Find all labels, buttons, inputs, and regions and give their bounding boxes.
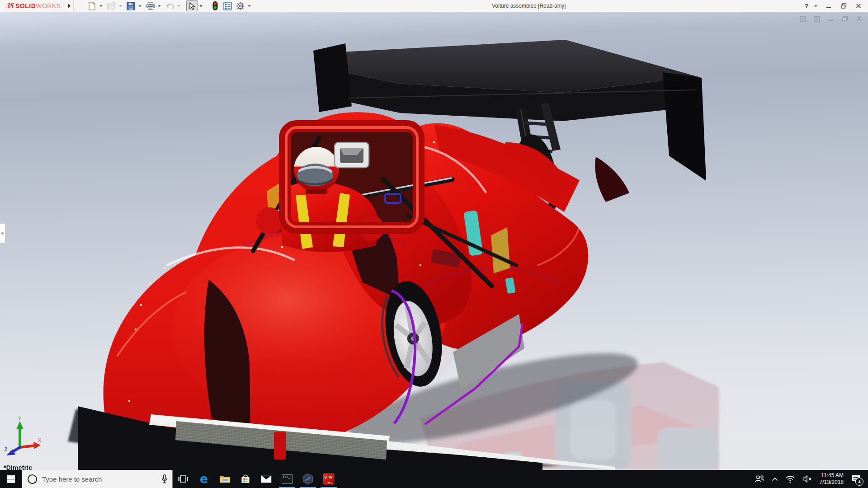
- select-cursor-icon: [189, 2, 195, 10]
- rebuild-traffic-light-button[interactable]: [209, 0, 221, 11]
- chevron-down-icon: [248, 5, 251, 7]
- doc-minimize-button[interactable]: [827, 15, 835, 22]
- notification-badge: 4: [855, 478, 863, 486]
- taskbar-hexagon-app[interactable]: [297, 470, 318, 488]
- doc-restore-button[interactable]: [841, 15, 849, 22]
- undo-arrow-icon: [165, 2, 175, 9]
- open-button: [106, 0, 118, 11]
- tab-grip-dot: [1, 232, 4, 235]
- taskbar-mail[interactable]: [256, 470, 277, 488]
- save-dropdown[interactable]: [138, 1, 142, 11]
- edge-icon: e: [200, 473, 208, 485]
- doc-close-button[interactable]: [855, 15, 863, 22]
- collapse-pane-left-button[interactable]: [799, 15, 807, 22]
- solidworks-2017-icon: S W 2017: [323, 474, 335, 485]
- help-dropdown[interactable]: [814, 1, 818, 11]
- people-icon: [755, 475, 764, 483]
- file-explorer-icon: [219, 474, 231, 483]
- expand-menu-arrow[interactable]: [65, 0, 74, 12]
- document-window-controls: [799, 15, 863, 22]
- gear-icon: [236, 2, 245, 10]
- taskbar-store[interactable]: [235, 470, 256, 488]
- save-floppy-icon: [127, 2, 135, 10]
- minimize-button[interactable]: [823, 1, 835, 11]
- brand-works: WORKS: [36, 2, 61, 9]
- file-properties-button[interactable]: [222, 0, 234, 11]
- taskbar-solidworks[interactable]: S W 2017: [318, 470, 339, 488]
- taskbar-app-icons: e C:\_: [173, 470, 339, 488]
- pane-arrow-left-icon: [800, 16, 806, 22]
- print-button[interactable]: [145, 0, 156, 11]
- taskbar-edge[interactable]: e: [193, 470, 214, 488]
- intake-box: [335, 142, 369, 168]
- chevron-down-icon: [814, 5, 817, 7]
- volume-button[interactable]: [799, 470, 815, 488]
- triad-y-label: Y: [18, 417, 22, 421]
- microphone-icon[interactable]: [161, 474, 168, 483]
- car-3d-model[interactable]: [0, 12, 868, 470]
- task-view-button[interactable]: [173, 470, 193, 488]
- minimize-icon: [828, 16, 834, 21]
- solidworks-logo: 3S SOLIDWORKS: [0, 0, 65, 12]
- featuremanager-collapsed-tab[interactable]: [0, 223, 5, 243]
- taskbar-command-prompt[interactable]: C:\_: [277, 470, 297, 488]
- traffic-light-icon: [212, 1, 218, 10]
- graphics-viewport[interactable]: Y X Z *Dimetric: [0, 12, 868, 470]
- taskbar-search[interactable]: [22, 470, 173, 488]
- undo-dropdown: [177, 1, 181, 11]
- play-arrow-icon: [67, 3, 71, 9]
- start-button[interactable]: [0, 470, 22, 488]
- speaker-muted-icon: [802, 475, 812, 483]
- print-dropdown[interactable]: [157, 1, 161, 11]
- close-icon: [856, 3, 861, 9]
- options-dropdown[interactable]: [247, 1, 251, 11]
- view-orientation-label: *Dimetric: [4, 464, 32, 470]
- title-bar: 3S SOLIDWORKS: [0, 0, 868, 12]
- chevron-down-icon: [138, 5, 142, 7]
- select-tool-button[interactable]: [186, 0, 198, 11]
- triad-x-label: X: [38, 437, 42, 443]
- chevron-down-icon: [177, 5, 180, 7]
- options-button[interactable]: [235, 0, 246, 11]
- restore-button[interactable]: [838, 1, 849, 11]
- save-button[interactable]: [125, 0, 137, 11]
- action-center-button[interactable]: 4: [848, 470, 865, 488]
- open-folder-icon: [107, 2, 116, 10]
- windows-taskbar: e C:\_: [0, 470, 868, 488]
- printer-icon: [146, 2, 155, 10]
- restore-icon: [841, 3, 847, 9]
- taskbar-file-explorer[interactable]: [214, 470, 235, 488]
- system-tray: 11:45 AM 7/13/2018 4: [751, 470, 868, 488]
- new-document-icon: [88, 2, 96, 10]
- collapse-pane-right-button[interactable]: [813, 15, 821, 22]
- triad-z-label: Z: [5, 446, 8, 452]
- taskbar-clock[interactable]: 11:45 AM 7/13/2018: [816, 470, 847, 488]
- clock-date: 7/13/2018: [820, 479, 844, 486]
- windows-logo-icon: [7, 475, 15, 483]
- help-button[interactable]: ?: [802, 1, 811, 11]
- hexagon-app-icon: [302, 473, 314, 485]
- chevron-down-icon: [158, 5, 161, 7]
- store-icon: [241, 474, 250, 484]
- search-input[interactable]: [42, 470, 172, 488]
- chevron-down-icon: [99, 5, 103, 7]
- people-button[interactable]: [751, 470, 768, 488]
- brand-solid: SOLID: [15, 2, 36, 9]
- close-button[interactable]: [853, 1, 864, 11]
- new-document-button[interactable]: [86, 0, 98, 11]
- close-icon: [856, 16, 862, 21]
- chevron-down-icon: [119, 5, 122, 7]
- select-dropdown[interactable]: [199, 1, 203, 11]
- mail-icon: [261, 475, 272, 483]
- quick-access-toolbar: [86, 0, 253, 12]
- show-hidden-icons-button[interactable]: [769, 470, 781, 488]
- wifi-icon: [785, 475, 795, 483]
- window-controls: ?: [802, 0, 864, 12]
- clock-time: 11:45 AM: [821, 472, 844, 479]
- pane-arrow-right-icon: [814, 16, 820, 22]
- network-button[interactable]: [782, 470, 798, 488]
- chevron-up-icon: [772, 477, 778, 481]
- new-dropdown[interactable]: [99, 1, 103, 11]
- properties-list-icon: [223, 2, 232, 10]
- chevron-down-icon: [199, 5, 203, 7]
